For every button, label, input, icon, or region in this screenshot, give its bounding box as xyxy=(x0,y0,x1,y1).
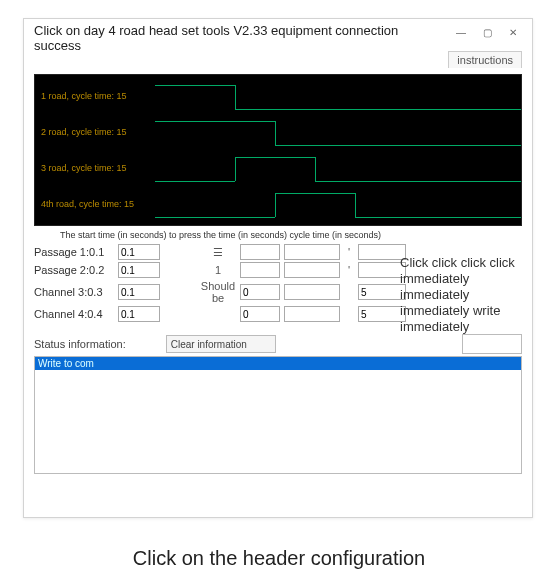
channel-v4-3[interactable] xyxy=(358,284,406,300)
channel-label-3: Channel 3:0.3 xyxy=(34,286,114,298)
channel-v2-3[interactable] xyxy=(240,284,280,300)
log-line: Write to com xyxy=(35,357,521,370)
side-note: Click click click click immediately imme… xyxy=(400,255,526,335)
status-row: Status information: Clear information xyxy=(34,334,522,354)
channel-v1-2[interactable] xyxy=(118,262,160,278)
channel-v2b-1[interactable] xyxy=(284,244,340,260)
channel-mid-3: Should be xyxy=(200,280,236,304)
channel-v2-1[interactable] xyxy=(240,244,280,260)
channel-label-2: Passage 2:0.2 xyxy=(34,264,114,276)
clear-info-button[interactable]: Clear information xyxy=(166,335,276,353)
channel-v1-4[interactable] xyxy=(118,306,160,322)
tab-instructions[interactable]: instructions xyxy=(448,51,522,68)
channel-v4-2[interactable] xyxy=(358,262,406,278)
channel-v1-3[interactable] xyxy=(118,284,160,300)
channel-v2b-2[interactable] xyxy=(284,262,340,278)
app-window: Click on day 4 road head set tools V2.33… xyxy=(23,18,533,518)
channel-label-1: Passage 1:0.1 xyxy=(34,246,114,258)
waveform-scope: 1 road, cycle time: 15 2 road, cycle tim… xyxy=(34,74,522,226)
scope-legend: The start time (in seconds) to press the… xyxy=(60,230,522,240)
channel-v2b-4[interactable] xyxy=(284,306,340,322)
window-title: Click on day 4 road head set tools V2.33… xyxy=(34,23,448,53)
status-extra-box[interactable] xyxy=(462,334,522,354)
channel-mid-1: ☰ xyxy=(200,246,236,259)
page-caption: Click on the header configuration xyxy=(0,547,558,570)
channel-v4-1[interactable] xyxy=(358,244,406,260)
minimize-button[interactable]: — xyxy=(448,23,474,41)
status-label: Status information: xyxy=(34,338,126,350)
scope-waveforms xyxy=(35,75,521,225)
channel-v3-1: ' xyxy=(344,246,354,258)
channel-v2-2[interactable] xyxy=(240,262,280,278)
maximize-button[interactable]: ▢ xyxy=(474,23,500,41)
channel-mid-2: 1 xyxy=(200,264,236,276)
tab-strip: instructions xyxy=(24,51,532,68)
channel-v2-4[interactable] xyxy=(240,306,280,322)
channel-v3-2: ' xyxy=(344,264,354,276)
channel-label-4: Channel 4:0.4 xyxy=(34,308,114,320)
channel-v2b-3[interactable] xyxy=(284,284,340,300)
channel-v4-4[interactable] xyxy=(358,306,406,322)
status-log[interactable]: Write to com xyxy=(34,356,522,474)
close-button[interactable]: ✕ xyxy=(500,23,526,41)
titlebar: Click on day 4 road head set tools V2.33… xyxy=(24,19,532,55)
channel-v1-1[interactable] xyxy=(118,244,160,260)
